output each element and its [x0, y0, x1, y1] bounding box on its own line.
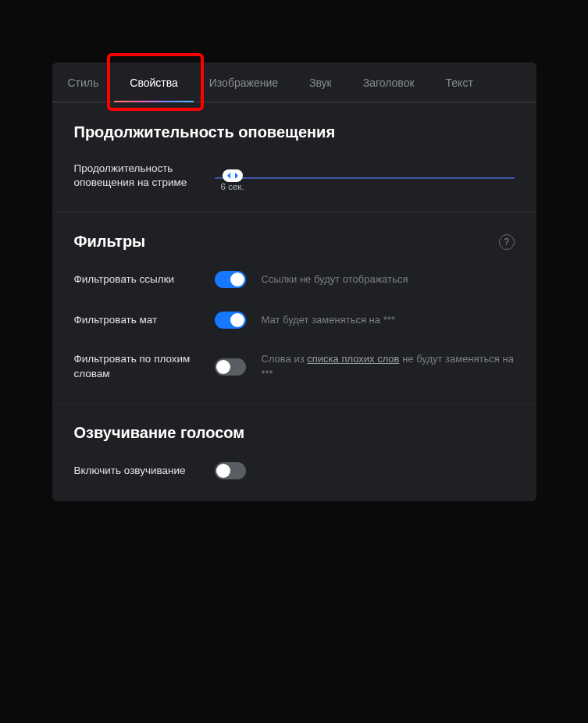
filter-row-2: Фильтровать по плохим словамСлова из спи…: [74, 352, 515, 380]
section-filters: Фильтры ? Фильтровать ссылкиСсылки не бу…: [52, 212, 536, 402]
filter-toggle-2[interactable]: [215, 358, 246, 376]
toggle-knob: [216, 464, 230, 478]
voice-label: Включить озвучивание: [74, 464, 199, 478]
section-voice-title: Озвучивание голосом: [74, 424, 515, 442]
duration-slider[interactable]: 6 сек.: [215, 173, 515, 179]
settings-panel: СтильСвойстваИзображениеЗвукЗаголовокТек…: [52, 62, 536, 501]
tab-4[interactable]: Заголовок: [347, 62, 430, 102]
help-icon[interactable]: ?: [499, 234, 515, 250]
section-filters-title: Фильтры: [74, 233, 146, 251]
slider-value-label: 6 сек.: [221, 182, 244, 191]
section-duration: Продолжительность оповещения Продолжител…: [52, 102, 536, 212]
toggle-knob: [230, 272, 244, 287]
slider-track: [215, 177, 515, 179]
filter-toggle-1[interactable]: [215, 312, 246, 329]
tab-5[interactable]: Текст: [430, 62, 489, 102]
tab-3[interactable]: Звук: [294, 62, 347, 102]
tab-2[interactable]: Изображение: [194, 62, 294, 102]
slider-thumb[interactable]: [223, 169, 243, 182]
filter-desc: Мат будет заменяться на ***: [262, 313, 515, 327]
voice-toggle[interactable]: [215, 462, 246, 479]
filter-label: Фильтровать по плохим словам: [74, 352, 199, 380]
filter-desc: Ссылки не будут отображаться: [262, 272, 515, 287]
filter-row-0: Фильтровать ссылкиСсылки не будут отобра…: [74, 271, 515, 288]
toggle-knob: [216, 360, 230, 374]
filters-title-row: Фильтры ?: [74, 233, 515, 251]
bad-words-list-link[interactable]: списка плохих слов: [307, 353, 399, 365]
section-duration-title: Продолжительность оповещения: [74, 123, 515, 141]
toggle-knob: [230, 313, 244, 327]
voice-row: Включить озвучивание: [74, 462, 515, 479]
annotation-arrow: [52, 501, 536, 723]
filter-desc: Слова из списка плохих слов не будут зам…: [262, 352, 515, 380]
duration-label: Продолжительность оповещения на стриме: [74, 162, 199, 190]
filter-row-1: Фильтровать матМат будет заменяться на *…: [74, 312, 515, 329]
filter-label: Фильтровать мат: [74, 313, 199, 327]
tab-0[interactable]: Стиль: [52, 62, 115, 102]
duration-row: Продолжительность оповещения на стриме 6…: [74, 162, 515, 190]
filter-label: Фильтровать ссылки: [74, 272, 199, 287]
filter-toggle-0[interactable]: [215, 271, 246, 288]
tab-1[interactable]: Свойства: [114, 62, 193, 102]
section-voice: Озвучивание голосом Включить озвучивание: [52, 403, 536, 501]
tabs-bar: СтильСвойстваИзображениеЗвукЗаголовокТек…: [52, 62, 536, 102]
slider-arrows-icon: [227, 173, 238, 179]
